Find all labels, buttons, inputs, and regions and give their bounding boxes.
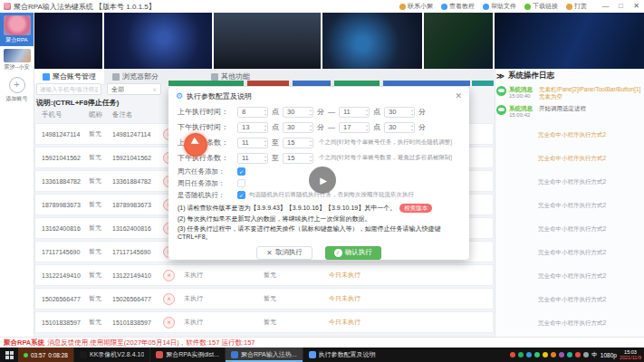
spinner-down-icon[interactable]: ▾	[310, 143, 312, 148]
cell-remark: 13122149410	[112, 272, 159, 279]
number-input[interactable]: 11▴▾	[339, 107, 370, 118]
taskbar-item-2[interactable]: 聚合RPA实例dist...	[149, 348, 225, 362]
spinner-arrows[interactable]: ▴▾	[310, 123, 312, 132]
search-input[interactable]	[36, 83, 101, 95]
spinner-arrows[interactable]: ▴▾	[310, 108, 312, 117]
spinner-down-icon[interactable]: ▾	[264, 128, 266, 132]
taskbar-clock[interactable]: 15:03 2021/11/9	[620, 349, 641, 361]
sidebar-item-juhe-rpa[interactable]: 聚合RPA	[0, 13, 34, 46]
taskbar-item-4[interactable]: 执行参数配置及说明	[303, 348, 381, 362]
confirm-label: 确认执行	[345, 248, 372, 257]
dialog-param-row: 下午执行时间：13▴▾点30▴▾分—17▴▾点30▴▾分	[178, 119, 460, 135]
titlebar-action-contact[interactable]: 联系小聚	[399, 2, 433, 11]
ime-indicator[interactable]: 中	[591, 351, 598, 359]
number-input[interactable]: 30▴▾	[283, 107, 313, 118]
tray-icon[interactable]	[559, 352, 564, 357]
spinner-down-icon[interactable]: ▾	[264, 112, 266, 117]
resolution-label: 1080p	[601, 352, 617, 358]
x-icon: ✕	[266, 249, 272, 257]
checkbox[interactable]	[237, 179, 245, 187]
titlebar-action-download[interactable]: 下载链接	[524, 2, 558, 11]
cell-method: 完全命中小程序执行方式2	[496, 288, 644, 311]
spinner-down-icon[interactable]: ▾	[310, 158, 312, 163]
tray-icon[interactable]	[583, 352, 589, 357]
spinner-arrows[interactable]: ▴▾	[411, 123, 413, 132]
tray-icon[interactable]	[534, 352, 540, 357]
tray-icon[interactable]	[575, 352, 581, 357]
number-input[interactable]: 13▴▾	[237, 122, 268, 133]
maximize-button[interactable]: □	[613, 0, 629, 13]
number-input[interactable]: 11▴▾	[237, 153, 268, 164]
spinner-arrows[interactable]: ▴▾	[310, 154, 312, 163]
spinner-down-icon[interactable]: ▾	[310, 128, 312, 132]
minimize-button[interactable]: —	[598, 0, 613, 13]
tray-icon[interactable]	[551, 352, 556, 357]
tab-1[interactable]: 聚合账号管理	[34, 69, 104, 84]
collapse-panel-icon[interactable]: ≫	[496, 71, 505, 81]
titlebar-action-donate[interactable]: 打赏	[566, 2, 587, 11]
param-unit: —	[328, 123, 335, 131]
cursor-highlight	[184, 133, 207, 157]
play-button[interactable]: ▶	[309, 167, 336, 194]
spinner-arrows[interactable]: ▴▾	[310, 138, 312, 148]
number-input[interactable]: 30▴▾	[283, 122, 313, 133]
tray-icon[interactable]	[510, 352, 515, 357]
spinner-down-icon[interactable]: ▾	[264, 143, 266, 148]
number-input[interactable]: 17▴▾	[339, 122, 370, 133]
video-marker	[334, 81, 380, 86]
spinner-arrows[interactable]: ▴▾	[264, 154, 266, 163]
check-version-button[interactable]: 检查版本	[399, 204, 432, 213]
dialog-close-icon[interactable]: ✕	[455, 91, 462, 100]
tray-icon[interactable]	[543, 352, 548, 357]
spinner-arrows[interactable]: ▴▾	[264, 123, 266, 132]
cell-nickname: 暂无	[89, 318, 112, 327]
taskbar-item-1[interactable]: KK录像机V2.8.4.10	[73, 348, 149, 362]
video-marker	[293, 81, 331, 86]
sidebar-item-chenxi[interactable]: 宸汐--小安	[0, 46, 34, 71]
taskbar-item-3[interactable]: 聚合RPA输入法热...	[225, 348, 303, 362]
number-input[interactable]: 15▴▾	[283, 138, 313, 148]
tab-2[interactable]: 浏览器部分	[104, 69, 167, 84]
spinner-arrows[interactable]: ▴▾	[366, 123, 368, 132]
cell-status: 未执行	[184, 294, 220, 303]
spinner-arrows[interactable]: ▴▾	[264, 138, 266, 148]
tray-icon[interactable]	[526, 352, 532, 357]
video-marker	[247, 81, 289, 86]
confirm-execution-button[interactable]: ✓ 确认执行	[325, 246, 381, 260]
tray-icon[interactable]	[567, 352, 572, 357]
spinner-down-icon[interactable]: ▾	[366, 128, 368, 132]
system-log-panel: ≫ 系统操作日志 系统消息15:00:40元素栏/Pane[2]/Pane/To…	[496, 71, 642, 119]
checkbox[interactable]: ✓	[237, 191, 245, 199]
spinner-down-icon[interactable]: ▾	[264, 158, 266, 163]
cancel-execution-button[interactable]: ✕ 取消执行	[256, 246, 312, 260]
spinner-arrows[interactable]: ▴▾	[366, 108, 368, 117]
tray-icon[interactable]	[518, 352, 524, 357]
table-row: 15101838597暂无15101838597✕未执行暂无今日未执行	[34, 311, 494, 333]
sidebar-item-label: 聚合RPA	[0, 36, 34, 43]
start-button[interactable]	[0, 348, 18, 362]
spinner-down-icon[interactable]: ▾	[366, 112, 368, 117]
titlebar-action-tutorial[interactable]: 查看教程	[441, 2, 475, 11]
number-input[interactable]: 11▴▾	[237, 138, 268, 148]
number-input[interactable]: 30▴▾	[384, 107, 415, 118]
check-label: 周六任务添加：	[178, 167, 234, 176]
tray-icons	[510, 352, 589, 357]
filter-dropdown[interactable]: 全部 ∨	[107, 83, 161, 95]
delete-account-icon[interactable]: ✕	[163, 270, 175, 281]
spinner-down-icon[interactable]: ▾	[411, 112, 413, 117]
sidebar-item-label: 添加账号	[0, 95, 34, 102]
spinner-down-icon[interactable]: ▾	[310, 112, 312, 117]
delete-account-icon[interactable]: ✕	[163, 317, 175, 329]
delete-account-icon[interactable]: ✕	[163, 293, 175, 305]
number-input[interactable]: 15▴▾	[283, 153, 313, 164]
add-account-button[interactable]: + 添加账号	[0, 71, 34, 102]
screen-recorder-timer[interactable]: 03:57 0:08:28	[18, 348, 73, 362]
number-input[interactable]: 8▴▾	[237, 107, 268, 118]
spinner-arrows[interactable]: ▴▾	[264, 108, 266, 117]
spinner-arrows[interactable]: ▴▾	[411, 108, 413, 117]
close-button[interactable]: ✕	[629, 0, 644, 13]
checkbox[interactable]: ✓	[237, 167, 245, 176]
titlebar-action-help[interactable]: 帮助文件	[483, 2, 516, 11]
number-input[interactable]: 30▴▾	[384, 122, 415, 133]
spinner-down-icon[interactable]: ▾	[411, 128, 413, 132]
